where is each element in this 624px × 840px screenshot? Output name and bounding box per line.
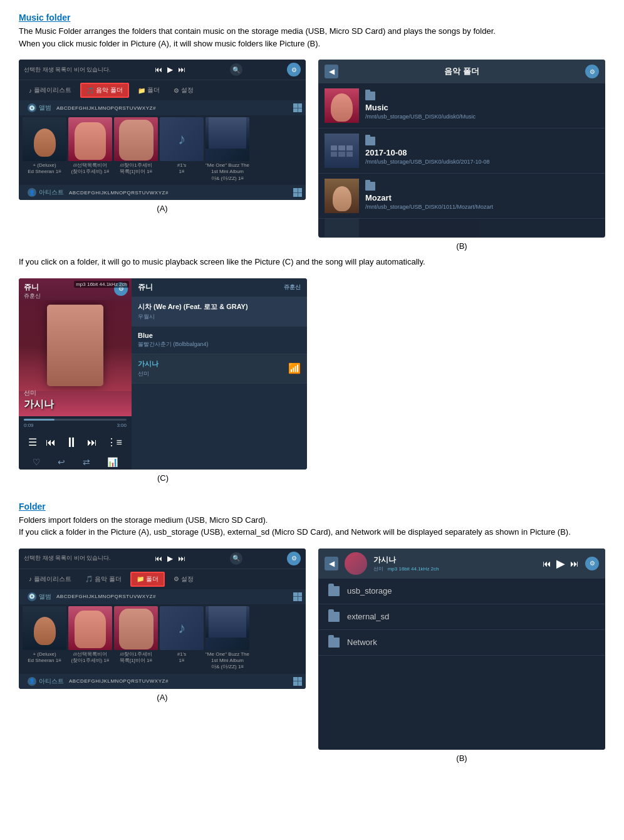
artist-icon-d: 👤	[28, 677, 36, 686]
settings-btn-a[interactable]: ⚙	[287, 63, 301, 76]
screenshot-b: ◀ 음악 폴더 ⚙ Music /mnt/usb_storage/USB_DIS…	[318, 60, 605, 251]
grid-d[interactable]	[293, 592, 302, 601]
tab-playlist-a[interactable]: ♪ 플레이리스트	[24, 83, 76, 98]
storage-next[interactable]: ⏭	[570, 559, 579, 569]
storage-play[interactable]: ▶	[556, 557, 565, 570]
pause-btn[interactable]: ⏸	[65, 434, 78, 451]
caption-c: (C)	[19, 473, 307, 483]
tab-folder-a[interactable]: 📁 폴더	[133, 83, 165, 98]
next-d[interactable]: ⏭	[178, 554, 185, 563]
album-item-3[interactable]: ///찾아1주세비목록[1]비어 1≡	[114, 117, 158, 182]
progress-bar-bg	[24, 419, 127, 421]
album-thumb-5	[205, 117, 249, 161]
folder-settings-btn[interactable]: ⚙	[585, 65, 599, 78]
storage-thumb	[345, 552, 367, 575]
storage-settings-btn[interactable]: ⚙	[585, 557, 599, 570]
usb-storage-label: usb_storage	[347, 586, 392, 596]
search-d[interactable]: 🔍	[230, 552, 242, 565]
storage-header: ◀ 가시나 선미 mp3 16bit 44.1kHz 2ch ⏮ ▶ ⏭	[318, 549, 605, 579]
playlist-item-2[interactable]: Blue 볼빨간사춘기 (Bolbbalgan4)	[132, 327, 307, 354]
album-item-2[interactable]: ///선택목록비어(찾아1주세비) 1≡	[68, 117, 112, 182]
alpha-bar-artist: ABCDEFGHIJKLMNOPQRSTUVWXYZ#	[69, 190, 293, 196]
folder-name-music: Music	[365, 103, 599, 112]
folder-item-date[interactable]: 2017-10-08 /mnt/usb_storage/USB_DISK0/ud…	[318, 129, 605, 174]
album-item-d4[interactable]: ♪ #1's1≡	[160, 606, 204, 671]
prev-d[interactable]: ⏮	[155, 554, 162, 563]
playback-right: 쥬니 쥬훈신 시차 (We Are) (Feat. 로꼬 & GRAY) 우월시…	[132, 278, 307, 470]
storage-padding	[318, 656, 605, 750]
folder-section: Folder Folders import folders on the sto…	[19, 501, 605, 763]
storage-prev[interactable]: ⏮	[543, 559, 551, 569]
network-label: Network	[347, 638, 377, 647]
alpha-bar-artist-d: ABCDEFGHIJKLMNOPQRSTUVWXYZ#	[69, 678, 293, 684]
heart-icon[interactable]: ♡	[33, 457, 41, 467]
repeat-icon[interactable]: ↩	[58, 457, 65, 467]
top-bar-a: 선택한 재생 목록이 비어 있습니다. ⏮ ▶ ⏭ 🔍 ⚙	[19, 60, 306, 80]
eq-icon[interactable]: 📊	[107, 457, 118, 467]
tab-musicfolder-a[interactable]: 🎵 음악 폴더	[80, 83, 129, 98]
grid-d2[interactable]	[293, 677, 302, 686]
prev-btn-a[interactable]: ⏮	[155, 65, 162, 74]
settings-d[interactable]: ⚙	[287, 552, 301, 565]
tab-settings-a[interactable]: ⚙ 설정	[169, 83, 199, 98]
cover-time-info: mp3 16bit 44.1kHz 2ch	[74, 281, 129, 288]
playback-controls: ☰ ⏮ ⏸ ⏭ ⋮≡	[19, 431, 132, 454]
folder-thumb-music	[325, 88, 359, 123]
storage-artist: 선미	[373, 566, 383, 572]
tab-playlist-icon-d: ♪	[29, 575, 32, 582]
storage-item-external[interactable]: external_sd	[318, 604, 605, 630]
tab-folder-d[interactable]: 📁 폴더	[130, 572, 165, 587]
folder-item-mozart[interactable]: Mozart /mnt/usb_storage/USB_DISK0/1011/M…	[318, 174, 605, 219]
album-thumb-3	[114, 117, 158, 161]
play-d[interactable]: ▶	[167, 554, 173, 563]
album-label-4: #1's1≡	[160, 162, 204, 176]
folder-icon-date	[365, 137, 375, 145]
album-label-1: + (Deluxe)Ed Sheeran 1≡	[23, 162, 66, 176]
playback-left: 쥬니 쥬훈신 ⚙ mp3 16bit 44.1kHz 2ch 가시나 선미	[19, 278, 132, 470]
album-label-2: ///선택목록비어(찾아1주세비) 1≡	[68, 162, 112, 176]
search-btn-a[interactable]: 🔍	[230, 63, 242, 76]
prev-track-btn[interactable]: ⏮	[46, 437, 56, 448]
album-item-d2[interactable]: ///선택목록비어(찾아1주세비) 1≡	[68, 606, 112, 671]
tab-folder-icon-a: 📁	[138, 87, 145, 94]
storage-back-btn[interactable]: ◀	[325, 557, 338, 570]
folder-item-music[interactable]: Music /mnt/usb_storage/USB_DISK0/udisk0/…	[318, 83, 605, 129]
storage-item-usb[interactable]: usb_storage	[318, 579, 605, 604]
album-grid-d: + (Deluxe)Ed Sheeran 1≡ ///선택목록비어(찾아1주세비…	[19, 604, 306, 673]
tab-musicfolder-icon-d: 🎵	[85, 575, 93, 582]
shuffle-icon[interactable]: ⇄	[83, 457, 90, 467]
tab-settings-icon-a: ⚙	[174, 87, 179, 94]
tab-musicfolder-d[interactable]: 🎵 음악 폴더	[80, 572, 127, 587]
next-track-btn[interactable]: ⏭	[87, 437, 97, 448]
folder-item-partial	[318, 219, 605, 238]
playlist-item-1[interactable]: 시차 (We Are) (Feat. 로꼬 & GRAY) 우월시	[132, 297, 307, 327]
album-item-d1[interactable]: + (Deluxe)Ed Sheeran 1≡	[23, 606, 66, 671]
folder-thumb-mozart	[325, 179, 359, 213]
album-grid: + (Deluxe)Ed Sheeran 1≡ ///선택목록비어(찾아1주세비…	[19, 115, 306, 184]
artist-icon: 👤	[28, 188, 36, 197]
tab-playlist-d[interactable]: ♪ 플레이리스트	[24, 572, 76, 587]
next-btn-a[interactable]: ⏭	[178, 65, 185, 74]
playlist-item-3[interactable]: 가시나 선미 📶	[132, 354, 307, 384]
storage-item-network[interactable]: Network	[318, 630, 605, 656]
album-item-5[interactable]: "Me One" Buzz The1st Mini Album아& (아/ZZ)…	[205, 117, 249, 182]
music-folder-desc1: The Music Folder arranges the folders th…	[19, 25, 605, 50]
artist-alpha-bar-d: 👤 아티스트 ABCDEFGHIJKLMNOPQRSTUVWXYZ#	[19, 674, 306, 689]
playlist-btn[interactable]: ☰	[28, 436, 37, 448]
tab-settings-icon-d: ⚙	[174, 575, 179, 582]
folder-screenshot-a: 선택한 재생 목록이 비어 있습니다. ⏮ ▶ ⏭ 🔍 ⚙ ♪ 플레이리스트	[19, 549, 306, 763]
transport-d: ⏮ ▶ ⏭	[155, 554, 185, 563]
album-item-d3[interactable]: ///찾아1주세비목록[1]비어 1≡	[114, 606, 158, 671]
grid-view-icon[interactable]	[293, 103, 302, 112]
grid-view-icon-2[interactable]	[293, 188, 302, 197]
play-btn-a[interactable]: ▶	[167, 65, 173, 74]
album-item-1[interactable]: + (Deluxe)Ed Sheeran 1≡	[23, 117, 66, 182]
back-button[interactable]: ◀	[325, 65, 338, 78]
caption-a1: (A)	[19, 204, 306, 213]
queue-btn[interactable]: ⋮≡	[107, 436, 122, 448]
playback-progress: 0:09 3:00	[19, 416, 132, 431]
album-item-4[interactable]: ♪ #1's1≡	[160, 117, 204, 182]
album-item-d5[interactable]: "Me One" Buzz The1st Mini Album아& (아/ZZ)…	[205, 606, 249, 671]
folder-header: ◀ 음악 폴더 ⚙	[318, 60, 605, 83]
tab-settings-d[interactable]: ⚙ 설정	[169, 572, 199, 587]
